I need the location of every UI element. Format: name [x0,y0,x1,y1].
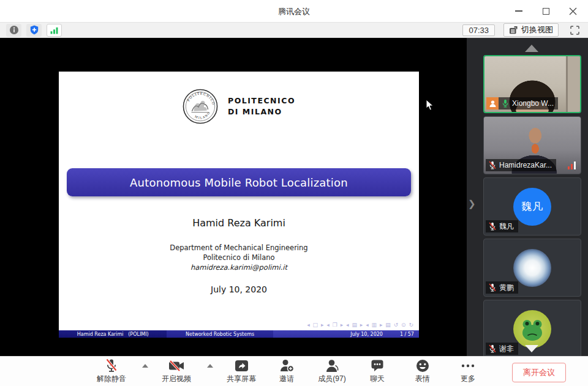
chat-icon [371,359,384,372]
maximize-button[interactable] [537,4,555,18]
mic-muted-icon [488,344,497,353]
polimi-seal-icon: POLITECNICO MILANO [183,89,218,124]
chevron-right-icon[interactable]: ❯ [468,198,476,209]
footline-page-number: 1 / 57 [400,332,414,337]
members-label: 成员(97) [318,374,345,384]
footline-author: Hamid Reza Karimi (POLIMI) [59,330,167,338]
more-button[interactable]: 更多 [453,358,483,384]
start-video-label: 开启视频 [162,374,191,384]
start-video-button[interactable]: 开启视频 [162,358,191,384]
participant-name: 黄鹏 [499,283,514,293]
close-button[interactable] [564,4,582,18]
beamer-navigation-icons: ◂ □ ▸ ◂ ❐ ▸ ◂ ▤ ▸ ◂ ▥ ▸ ▤ ↺ ⊙ ↻ [307,322,414,328]
camera-muted-icon [168,360,184,372]
slide-university: Politecnico di Milano [59,253,419,262]
emoji-icon [416,359,429,373]
participant-name: Xiongbo W... [512,99,554,108]
slide-date: July 10, 2020 [59,284,419,294]
poor-signal-icon [568,161,579,169]
avatar-initials: 魏凡 [513,188,551,226]
mouse-cursor [426,99,434,111]
mic-muted-icon [105,358,118,373]
unmute-button[interactable]: 解除静音 [97,358,126,384]
participant-tile-huangpeng[interactable]: 黄鹏 [483,239,581,297]
university-logo: POLITECNICO MILANO POLITECNICO DI MILANO [59,89,419,124]
slide-footline: Hamid Reza Karimi (POLIMI) Networked Rob… [59,330,419,338]
participant-name: 谢非 [499,344,514,354]
participant-name: HamidrezaKar... [499,161,552,169]
members-button[interactable]: 成员(97) [317,358,347,384]
unmute-label: 解除静音 [97,374,126,384]
mic-muted-icon [488,222,497,231]
slide-title-banner: Autonomous Mobile Robot Localization [67,168,411,196]
host-badge-icon [486,97,499,109]
switch-view-button[interactable]: 切换视图 [503,23,559,37]
meeting-toolbar: 解除静音 开启视频 共享屏幕 [0,356,588,386]
main-area: POLITECNICO MILANO POLITECNICO DI MILANO… [0,38,588,356]
participant-label: HamidrezaKar... [486,159,579,171]
topbar-left [6,24,62,37]
scroll-down-icon[interactable] [525,345,538,352]
invite-label: 邀请 [279,374,294,384]
slide-affiliation-block: Department of Mechanical Engineering Pol… [59,243,419,272]
scroll-up-icon[interactable] [525,45,538,52]
frog-avatar-image [513,310,551,348]
slide-title: Autonomous Mobile Robot Localization [130,176,348,189]
emoji-label: 表情 [415,374,430,384]
footline-date: July 10, 2020 [350,332,383,337]
participant-tile-xiongbo[interactable]: Xiongbo W... [483,55,581,113]
chat-label: 聊天 [370,374,385,384]
invite-icon [279,359,294,373]
more-dots-icon [461,363,475,368]
window-controls [510,4,582,18]
footline-date-page: July 10, 2020 1 / 57 [273,330,419,338]
sphere-avatar-image [513,249,551,287]
participant-tile-hamidreza[interactable]: HamidrezaKar... [483,116,581,174]
chat-button[interactable]: 聊天 [363,358,392,384]
minimize-icon [515,10,522,12]
meeting-security-button[interactable] [26,24,42,37]
share-screen-button[interactable]: 共享屏幕 [227,358,256,384]
participant-tiles: Xiongbo W... [483,55,581,356]
participant-label: 谢非 [486,343,518,355]
participant-tile-weifan[interactable]: 魏凡 魏凡 [483,177,581,236]
shield-icon [29,25,39,35]
share-screen-label: 共享屏幕 [227,374,256,384]
presentation-slide: POLITECNICO MILANO POLITECNICO DI MILANO… [59,72,419,338]
participants-sidebar: ❯ [467,38,588,356]
polimi-wordmark: POLITECNICO DI MILANO [228,95,295,117]
switch-view-label: 切换视图 [521,24,553,35]
video-options-caret-icon[interactable] [207,364,213,368]
footline-course: Networked Robotic Systems [167,330,273,338]
meeting-topbar: 07:33 切换视图 [0,22,588,38]
meeting-info-button[interactable] [6,24,21,37]
fullscreen-button[interactable] [567,24,582,36]
info-icon [9,25,19,35]
more-label: 更多 [461,374,475,384]
slide-author: Hamid Reza Karimi [59,217,419,229]
titlebar: 腾讯会议 [0,0,588,22]
mic-muted-icon [488,283,497,292]
participant-name: 魏凡 [499,221,514,232]
mic-muted-icon [488,161,497,169]
mic-options-caret-icon[interactable] [142,364,148,368]
leave-meeting-button[interactable]: 离开会议 [512,363,566,382]
topbar-right: 07:33 切换视图 [462,23,582,37]
mic-on-icon [501,99,510,108]
members-icon [325,359,339,373]
invite-button[interactable]: 邀请 [272,358,301,384]
emoji-button[interactable]: 表情 [408,358,437,384]
close-icon [569,7,577,15]
participant-label: 黄鹏 [486,281,518,294]
meeting-window: 腾讯会议 [0,0,588,386]
participant-label: 魏凡 [486,220,518,232]
share-screen-icon [235,360,249,372]
signal-bars-icon [49,25,59,35]
meeting-timer: 07:33 [462,24,495,36]
minimize-button[interactable] [510,4,528,18]
fullscreen-icon [570,26,579,35]
slide-email: hamidreza.karimi@polimi.it [59,262,419,272]
switch-view-icon [509,26,518,35]
window-title: 腾讯会议 [0,6,588,17]
network-status-button[interactable] [47,24,62,37]
